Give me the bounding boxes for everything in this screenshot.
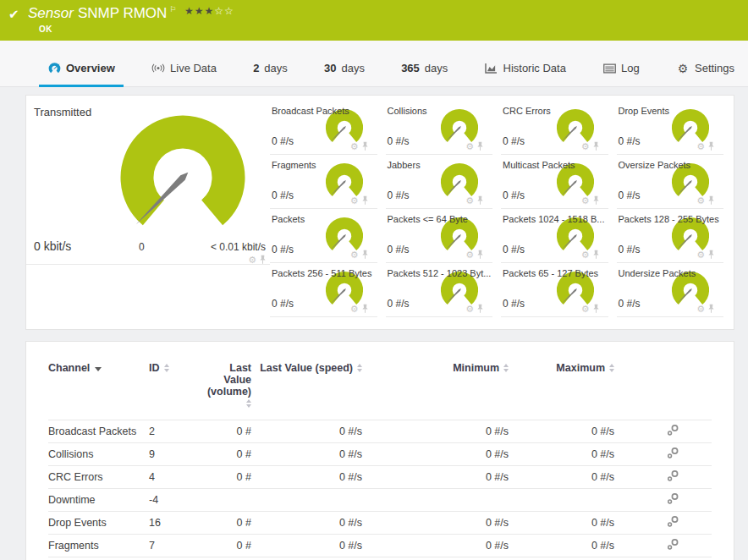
gear-icon[interactable]: ⚙	[465, 250, 474, 260]
column-id[interactable]: ID	[149, 350, 201, 420]
tab-log[interactable]: Log	[594, 62, 648, 87]
pin-icon[interactable]	[592, 304, 600, 314]
gear-icon[interactable]: ⚙	[581, 196, 590, 206]
tab-days[interactable]: 365days	[393, 62, 456, 87]
rating-stars[interactable]: ★★★☆☆	[184, 5, 234, 17]
last-value-speed-cell: 0 #/s	[251, 535, 362, 557]
sensor-status-header: ✔ SensorSNMP RMON⚐ ★★★☆☆ OK	[0, 0, 748, 41]
pin-icon[interactable]	[361, 250, 369, 260]
pin-icon[interactable]	[259, 255, 267, 265]
last-value-speed-cell: 0 #/s	[251, 443, 362, 466]
pin-icon[interactable]	[476, 141, 484, 151]
tab-bar: OverviewLive Data2days30days365daysHisto…	[0, 41, 748, 87]
mini-gauge-label: Packets 128 - 255 Bytes	[619, 214, 719, 224]
mini-gauge-cell: Packets0 #/s⚙	[270, 209, 377, 263]
mini-gauge-cell: Packets 256 - 511 Bytes0 #/s⚙	[270, 263, 377, 317]
channel-name-cell: CRC Errors	[48, 466, 149, 489]
pin-icon[interactable]	[707, 304, 715, 314]
channel-table: Channel ID Last Value (volume) Last Valu…	[48, 350, 712, 560]
mini-gauge-cell: Packets 65 - 127 Bytes0 #/s⚙	[501, 263, 608, 317]
mini-gauge-label: Jabbers	[388, 160, 421, 170]
mini-gauge-label: Packets	[272, 214, 305, 224]
gear-icon[interactable]: ⚙	[696, 196, 705, 206]
mini-gauge-label: Packets 512 - 1023 Byt...	[388, 268, 492, 278]
channel-settings-icon[interactable]	[667, 447, 679, 459]
pin-icon[interactable]	[592, 195, 600, 206]
tab-days[interactable]: 2days	[245, 62, 296, 87]
mini-gauge-label: Packets 65 - 127 Bytes	[503, 268, 598, 278]
minimum-cell	[362, 489, 509, 512]
pin-icon[interactable]	[361, 195, 369, 206]
tab-live-data[interactable]: Live Data	[143, 62, 225, 87]
channel-settings-icon[interactable]	[667, 538, 679, 551]
last-value-volume-cell: 0 #	[201, 535, 251, 557]
star-icon[interactable]: ★	[195, 5, 205, 17]
gauge-actions: ⚙	[581, 195, 600, 206]
tab-label: Historic Data	[503, 62, 566, 74]
channel-settings-icon[interactable]	[667, 492, 679, 505]
mini-gauge-value: 0 #/s	[272, 135, 294, 147]
gauge-actions: ⚙	[350, 195, 369, 206]
tab-label: Settings	[695, 62, 734, 74]
column-minimum[interactable]: Minimum	[362, 350, 509, 420]
star-icon[interactable]: ★	[184, 5, 195, 17]
table-row: Fragments70 #0 #/s0 #/s0 #/s	[48, 535, 712, 557]
gear-icon[interactable]: ⚙	[581, 250, 590, 260]
pin-icon[interactable]	[476, 250, 484, 260]
gear-icon[interactable]: ⚙	[581, 142, 590, 151]
channel-name-cell: Fragments	[48, 535, 149, 557]
pin-icon[interactable]	[476, 195, 484, 206]
minimum-cell: 0 #/s	[362, 557, 509, 560]
sensor-name: SNMP RMON	[78, 5, 167, 21]
channel-settings-icon[interactable]	[667, 515, 679, 528]
gear-icon[interactable]: ⚙	[465, 196, 474, 206]
tab-days[interactable]: 30days	[316, 62, 373, 87]
channel-id-cell: 9	[149, 443, 201, 466]
pin-icon[interactable]	[592, 141, 600, 151]
pin-icon[interactable]	[592, 250, 600, 260]
table-row: Jabbers80 #0 #/s0 #/s0 #/s	[48, 557, 712, 560]
mini-gauge-value: 0 #/s	[619, 189, 641, 201]
pin-icon[interactable]	[707, 195, 715, 206]
gear-icon[interactable]: ⚙	[696, 305, 705, 314]
tab-number: 365	[401, 62, 420, 74]
main-gauge-value: 0 kbit/s	[34, 239, 71, 253]
star-icon[interactable]: ☆	[214, 5, 224, 17]
gauge-scale-max: < 0.01 kbit/s	[211, 241, 266, 253]
priority-flag-icon[interactable]: ⚐	[169, 5, 176, 14]
tab-historic-data[interactable]: Historic Data	[476, 62, 575, 87]
gauge-actions: ⚙	[465, 141, 484, 151]
gear-icon[interactable]: ⚙	[350, 250, 359, 260]
gear-icon: ⚙	[676, 63, 690, 74]
channel-settings-icon[interactable]	[667, 424, 679, 436]
gear-icon[interactable]: ⚙	[465, 305, 474, 314]
gear-icon[interactable]: ⚙	[248, 255, 256, 265]
column-maximum[interactable]: Maximum	[509, 350, 614, 420]
pin-icon[interactable]	[361, 304, 369, 314]
pin-icon[interactable]	[707, 141, 715, 151]
tab-settings[interactable]: ⚙Settings	[668, 62, 743, 87]
channel-settings-icon[interactable]	[667, 469, 679, 482]
maximum-cell: 0 #/s	[509, 420, 614, 443]
gear-icon[interactable]: ⚙	[350, 305, 359, 314]
mini-gauge-cell: Collisions0 #/s⚙	[386, 101, 493, 155]
gear-icon[interactable]: ⚙	[350, 142, 359, 151]
column-last-value-volume[interactable]: Last Value (volume)	[201, 350, 251, 420]
column-last-value-speed[interactable]: Last Value (speed)	[251, 350, 362, 420]
pin-icon[interactable]	[707, 250, 715, 260]
star-icon[interactable]: ★	[205, 5, 215, 17]
gear-icon[interactable]: ⚙	[696, 250, 705, 260]
tab-overview[interactable]: Overview	[39, 62, 124, 87]
star-icon[interactable]: ☆	[224, 5, 234, 17]
mini-gauge-value: 0 #/s	[619, 244, 641, 255]
gear-icon[interactable]: ⚙	[465, 142, 474, 151]
mini-gauge-value: 0 #/s	[272, 298, 294, 310]
gear-icon[interactable]: ⚙	[581, 305, 590, 314]
gear-icon[interactable]: ⚙	[350, 196, 359, 206]
column-channel[interactable]: Channel	[48, 350, 149, 420]
gear-icon[interactable]: ⚙	[696, 142, 705, 151]
page-title: SensorSNMP RMON⚐	[28, 5, 176, 22]
pin-icon[interactable]	[476, 304, 484, 314]
pin-icon[interactable]	[361, 141, 369, 151]
mini-gauge-label: Broadcast Packets	[272, 106, 349, 116]
